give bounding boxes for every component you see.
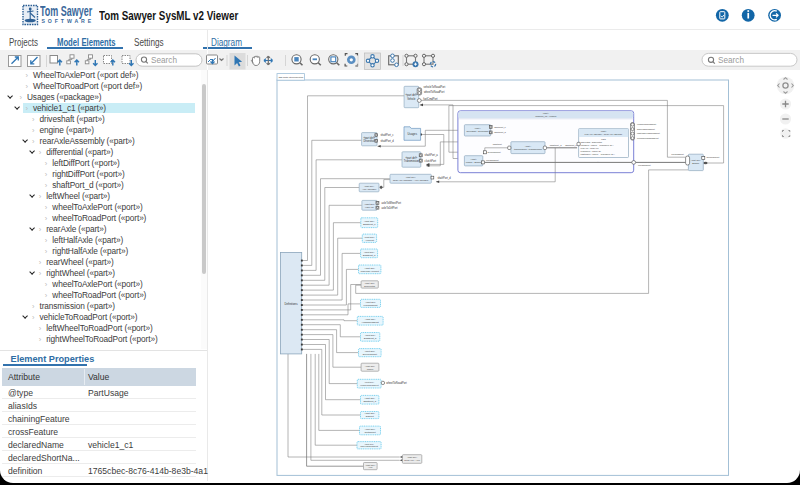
svg-text:rightWheelToRoadPort: rightWheelToRoadPort — [637, 132, 660, 134]
svg-text:shaftPort: shaftPort — [493, 143, 502, 145]
svg-text:«port def»: «port def» — [364, 381, 375, 383]
svg-text:«port def»: «port def» — [364, 350, 375, 353]
svg-text:Vehicle: Vehicle — [407, 97, 416, 101]
svg-text:WheelToAxlePort: WheelToAxlePort — [361, 270, 380, 273]
svg-text:vehicleToRoadPort: vehicleToRoadPort — [424, 85, 446, 89]
svg-text:ShaftPort_d: ShaftPort_d — [363, 400, 376, 403]
svg-text:Axle: Axle — [368, 466, 373, 468]
svg-text:«part def»: «part def» — [405, 176, 416, 178]
svg-text:fuelCmdPort: fuelCmdPort — [638, 164, 651, 166]
svg-text:«port def»: «port def» — [364, 251, 375, 254]
svg-text:«part def»: «part def» — [365, 282, 376, 284]
svg-text:«port def»: «port def» — [364, 397, 375, 400]
svg-text:differential : Differential: differential : Differential — [581, 141, 603, 143]
svg-text:driveshaft : Driveshaft: driveshaft : Driveshaft — [466, 130, 488, 132]
svg-text:«part»: «part» — [474, 127, 481, 129]
svg-text:HubToRoadPort: HubToRoadPort — [362, 321, 379, 324]
svg-text:«port def»: «port def» — [364, 267, 375, 270]
svg-text:IBD-Parts Interconnection: IBD-Parts Interconnection — [279, 76, 304, 78]
svg-text:Definitions: Definitions — [284, 302, 298, 306]
svg-text:«part def»: «part def» — [363, 136, 375, 140]
svg-text:Transmission: Transmission — [404, 159, 420, 163]
svg-text:wheelToRoadPort: wheelToRoadPort — [424, 90, 445, 94]
svg-text:ClutchPort: ClutchPort — [364, 431, 375, 434]
svg-text:shaftPort_c: shaftPort_c — [381, 133, 395, 137]
svg-text:fuelCmdPort: fuelCmdPort — [486, 159, 499, 161]
svg-text:AxlePort: AxlePort — [365, 239, 374, 242]
svg-text:«part»: «part» — [470, 158, 477, 160]
svg-text:DrivePwrPort: DrivePwrPort — [363, 353, 377, 356]
svg-text:«part»: «part» — [600, 130, 607, 132]
svg-text:leftWheelToRoadPort: leftWheelToRoadPort — [637, 137, 659, 139]
svg-text:«part def»: «part def» — [364, 185, 375, 187]
svg-text:RearAxleAssembly : AxleAssembl: RearAxleAssembly : AxleAssembly — [393, 179, 429, 181]
svg-text:«part def»: «part def» — [406, 156, 418, 160]
svg-text:«part def»: «part def» — [406, 93, 418, 97]
svg-text:«part»: «part» — [525, 145, 532, 147]
svg-text:«part def»: «part def» — [364, 203, 375, 206]
svg-text:rearAxleAssembly : RearAxleAss: rearAxleAssembly : RearAxleAssembly — [585, 133, 624, 135]
svg-text:ShaftPort_b: ShaftPort_b — [364, 337, 377, 340]
svg-text:Driveshaft: Driveshaft — [363, 139, 375, 143]
svg-text:«port def»: «port def» — [365, 334, 376, 337]
svg-text:shaftPort_a: shaftPort_a — [425, 153, 439, 157]
svg-text:axleToDiffPort: axleToDiffPort — [382, 206, 398, 210]
svg-text:shaftPort_d: shaftPort_d — [437, 176, 451, 180]
svg-text:«port def»: «port def» — [364, 220, 375, 223]
svg-text:ShaftPort_a: ShaftPort_a — [363, 254, 376, 257]
svg-text:clutchPort: clutchPort — [425, 159, 437, 163]
svg-text:«port def»: «port def» — [365, 301, 376, 304]
svg-text:AxleAssembly: AxleAssembly — [362, 188, 377, 190]
svg-text:Wheel: Wheel — [367, 368, 374, 370]
svg-text:VehicleToRoadPort: VehicleToRoadPort — [360, 384, 379, 386]
svg-text:vehicleToRoadPort: vehicleToRoadPort — [637, 123, 657, 125]
svg-text:«part def»: «part def» — [691, 159, 702, 161]
svg-text:rearWheel : Wheel [2]: rearWheel : Wheel [2] — [581, 150, 602, 152]
svg-text:Search: Search — [718, 56, 744, 65]
svg-text:Search: Search — [151, 56, 177, 65]
svg-text:shaftPort_d: shaftPort_d — [381, 139, 395, 143]
svg-text:«port def»: «port def» — [364, 443, 375, 445]
svg-text:wheelToRoadPort: wheelToRoadPort — [637, 128, 655, 130]
svg-text:transmission : Transmission: transmission : Transmission — [514, 148, 543, 150]
svg-text:rightWheel : Wheel = rearWheel: rightWheel : Wheel = rearWheel [2] » — [581, 153, 616, 155]
svg-text:FuelCmdPort: FuelCmdPort — [363, 304, 377, 307]
svg-text:drivePwrPort: drivePwrPort — [706, 156, 719, 158]
svg-text:parts: parts — [601, 138, 605, 140]
svg-text:leftWheel : Wheel = rearWheel: leftWheel : Wheel = rearWheel [2] » — [581, 144, 615, 146]
svg-text:Usages: Usages — [408, 132, 418, 136]
svg-text:«part def»: «part def» — [407, 456, 418, 458]
svg-text:wheelToRoadPort: wheelToRoadPort — [386, 381, 407, 385]
svg-text:rearAxle : RearAxle: rearAxle : RearAxle — [581, 147, 600, 149]
svg-text:engine : Engine: engine : Engine — [466, 161, 483, 163]
svg-text:Engine: Engine — [692, 162, 700, 164]
svg-text:RearAxle : Axle: RearAxle : Axle — [404, 459, 420, 461]
svg-text:DiffPort: DiffPort — [366, 415, 374, 418]
svg-text:HalfAxle: HalfAxle — [365, 206, 375, 209]
svg-text:WheelToRoadPort: WheelToRoadPort — [360, 445, 378, 447]
svg-text:«port def»: «port def» — [364, 236, 375, 239]
svg-text:«part def»: «part def» — [365, 365, 376, 367]
svg-text:fuelCmdPort: fuelCmdPort — [423, 97, 438, 101]
svg-text:«part»: «part» — [543, 112, 550, 114]
svg-text:«port def»: «port def» — [364, 412, 375, 415]
svg-text:«port def»: «port def» — [365, 318, 376, 321]
svg-text:Differential: Differential — [364, 285, 375, 287]
svg-text:«port def»: «port def» — [365, 428, 376, 431]
svg-text:axleToWheelPort: axleToWheelPort — [382, 201, 402, 205]
svg-text:ShaftPort_c: ShaftPort_c — [363, 223, 376, 226]
svg-text:«part def»: «part def» — [365, 464, 376, 466]
svg-text:fuelCmdPort: fuelCmdPort — [671, 153, 684, 155]
svg-text:drivePwrPort: drivePwrPort — [488, 151, 501, 153]
